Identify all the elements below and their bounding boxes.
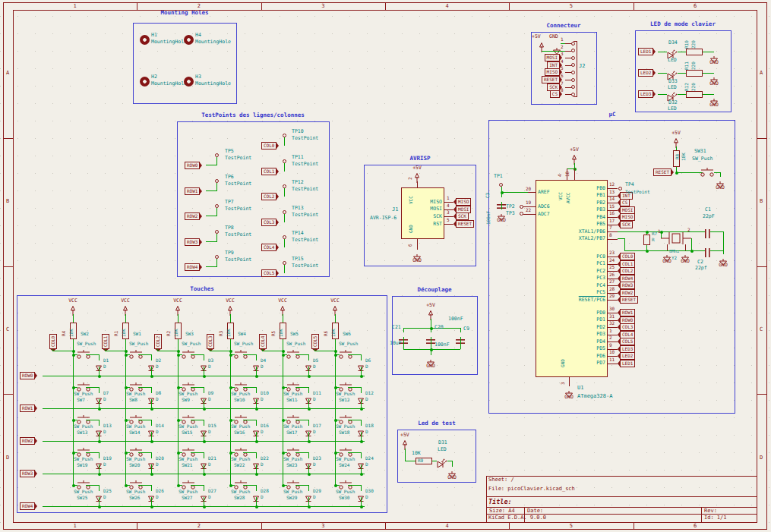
net-label-COL5[interactable]: COL5 [620, 338, 635, 345]
net-label-LED2[interactable]: LED2 [620, 352, 635, 360]
power-symbol-+5V[interactable] [414, 172, 420, 181]
testpoint-TP1[interactable] [499, 183, 503, 187]
power-symbol-VCC[interactable] [70, 304, 76, 314]
connector-pin-circle[interactable] [571, 56, 575, 60]
switch-SW18[interactable] [339, 413, 352, 422]
connector-pin-circle[interactable] [571, 71, 575, 74]
mounting-hole-H2[interactable] [140, 77, 150, 87]
net-label-COL4[interactable]: COL4 [261, 244, 276, 251]
net-label-ROW1[interactable]: ROW1 [185, 187, 200, 195]
switch-SW10[interactable] [234, 380, 248, 389]
net-label-COL3[interactable]: COL3 [261, 219, 276, 226]
net-label-COL5[interactable]: COL5 [261, 269, 276, 277]
gnd-symbol[interactable] [565, 386, 573, 393]
gnd-symbol[interactable] [498, 209, 505, 216]
power-symbol-+5V[interactable] [402, 439, 408, 449]
led-D32[interactable] [667, 90, 678, 98]
net-label-COL1[interactable]: COL1 [261, 168, 276, 175]
net-label-ROW2[interactable]: ROW2 [620, 289, 635, 297]
net-label-SCK[interactable]: SCK [547, 83, 560, 91]
gnd-symbol[interactable] [710, 94, 718, 101]
power-symbol-+5V[interactable] [428, 309, 434, 319]
net-label-MISO[interactable]: MISO [545, 68, 560, 76]
power-symbol-VCC[interactable] [122, 304, 128, 314]
net-label-COL3[interactable]: COL3 [207, 334, 214, 349]
power-symbol-VCC[interactable] [227, 304, 233, 314]
crystal-Y2[interactable] [661, 231, 691, 246]
gnd-symbol[interactable] [448, 467, 456, 474]
net-label-ROW4[interactable]: ROW4 [185, 263, 200, 271]
net-label-ROW1[interactable]: ROW1 [620, 309, 635, 316]
net-label-ROW3[interactable]: ROW3 [185, 238, 200, 246]
led-D34[interactable] [667, 48, 678, 55]
mounting-hole-H3[interactable] [184, 77, 194, 87]
gnd-symbol[interactable] [553, 43, 561, 50]
net-label-LED3[interactable]: LED3 [620, 345, 635, 353]
net-label-COL5[interactable]: COL5 [311, 334, 319, 349]
schematic-canvas[interactable]: Mounting Holes TestPoints des lignes/col… [0, 0, 771, 532]
switch-SW15[interactable] [182, 413, 195, 422]
switch-SW27[interactable] [182, 478, 195, 487]
net-label-COL4[interactable]: COL4 [620, 331, 635, 338]
connector-pin-circle[interactable] [571, 93, 575, 96]
switch-SW23[interactable] [286, 445, 300, 455]
net-label-LED1[interactable]: LED1 [620, 360, 635, 367]
gnd-symbol[interactable] [710, 52, 718, 58]
led-D31[interactable] [437, 457, 447, 464]
net-label-CS[interactable]: CS [550, 90, 560, 98]
net-label-COL2[interactable]: COL2 [154, 334, 162, 349]
power-symbol-VCC[interactable] [280, 304, 286, 314]
net-label-ROW0[interactable]: ROW0 [185, 162, 200, 169]
gnd-symbol[interactable] [427, 355, 434, 362]
switch-SW5[interactable] [286, 348, 300, 357]
gnd-symbol[interactable] [710, 73, 718, 80]
switch-SW25[interactable] [77, 478, 90, 487]
net-label-ROW2[interactable]: ROW2 [20, 437, 35, 445]
switch-SW17[interactable] [286, 413, 300, 422]
power-symbol-+5V[interactable] [571, 153, 577, 163]
gnd-symbol[interactable] [413, 250, 421, 257]
net-label-SCK[interactable]: SCK [456, 212, 469, 220]
switch-SW20[interactable] [129, 445, 143, 455]
net-label-COL0[interactable]: COL0 [261, 142, 276, 150]
led-D33[interactable] [667, 69, 678, 77]
switch-SW8[interactable] [129, 380, 143, 389]
net-label-RESET[interactable]: RESET [620, 296, 638, 304]
switch-SW4[interactable] [234, 348, 248, 357]
net-label-MOSI[interactable]: MOSI [456, 206, 471, 213]
net-label-LED2[interactable]: LED2 [638, 69, 653, 77]
switch-SW31[interactable] [700, 165, 714, 175]
net-label-COL0[interactable]: COL0 [49, 334, 57, 349]
power-symbol-+5V[interactable] [539, 41, 545, 51]
switch-SW1[interactable] [129, 348, 143, 357]
switch-SW11[interactable] [286, 380, 300, 389]
testpoint-TP11[interactable] [283, 159, 286, 163]
gnd-symbol[interactable] [719, 254, 727, 261]
net-label-RESET[interactable]: RESET [653, 168, 671, 176]
net-label-COL3[interactable]: COL3 [620, 323, 635, 331]
net-label-ROW3[interactable]: ROW3 [620, 282, 635, 289]
testpoint-TP13[interactable] [283, 210, 286, 214]
net-label-COL1[interactable]: COL1 [620, 260, 635, 268]
net-label-MISO[interactable]: MISO [620, 213, 635, 221]
testpoint-TP10[interactable] [283, 134, 286, 137]
net-label-ROW4[interactable]: ROW4 [620, 275, 635, 282]
testpoint-TP12[interactable] [283, 184, 286, 188]
power-symbol-+5V[interactable] [673, 137, 679, 146]
net-label-COL0[interactable]: COL0 [620, 253, 635, 260]
net-label-ROW2[interactable]: ROW2 [185, 212, 200, 220]
switch-SW2[interactable] [77, 348, 90, 357]
net-label-COL2[interactable]: COL2 [620, 267, 635, 275]
switch-SW16[interactable] [234, 413, 248, 422]
switch-SW22[interactable] [234, 445, 248, 455]
switch-SW24[interactable] [339, 445, 352, 455]
net-label-RESET[interactable]: RESET [542, 76, 560, 83]
switch-SW30[interactable] [339, 478, 352, 487]
net-label-MOSI[interactable]: MOSI [620, 206, 635, 214]
testpoint-TP6[interactable] [215, 179, 219, 183]
net-label-RESET[interactable]: RESET [456, 220, 474, 228]
switch-SW3[interactable] [182, 348, 195, 357]
net-label-MISO[interactable]: MISO [456, 198, 471, 206]
connector-pin-circle[interactable] [571, 42, 575, 46]
power-symbol-VCC[interactable] [332, 304, 338, 314]
